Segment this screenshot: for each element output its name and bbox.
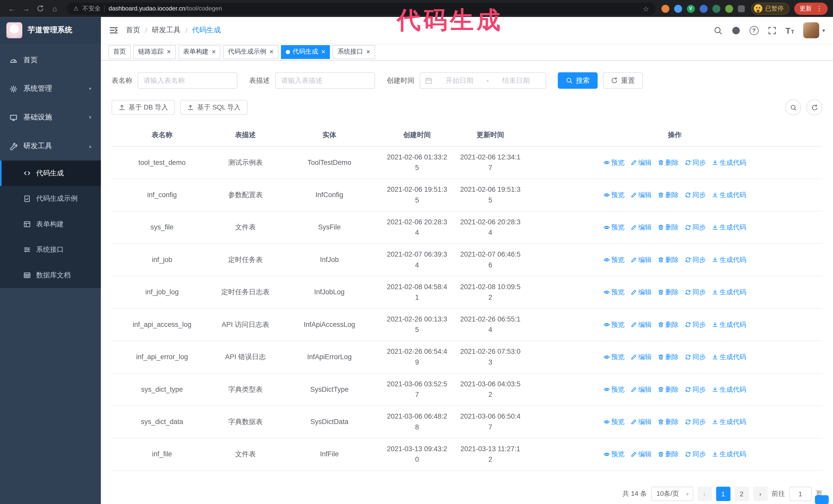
tab-close-icon[interactable]: ×: [269, 48, 273, 55]
page-size-select[interactable]: 10条/页 ▾: [651, 487, 693, 501]
sidebar-item-dev-tools[interactable]: 研发工具▴: [0, 132, 101, 161]
browser-menu-icon[interactable]: ⋮: [816, 5, 823, 12]
sidebar-item-codegen-example[interactable]: 代码生成示例: [0, 186, 101, 211]
browser-back-button[interactable]: ←: [5, 2, 18, 15]
page-button-1[interactable]: 1: [716, 487, 730, 501]
sidebar-item-system-management[interactable]: 系统管理▾: [0, 74, 101, 103]
browser-reload-button[interactable]: [34, 2, 47, 15]
sidebar-item-form-builder[interactable]: 表单构建: [0, 212, 101, 237]
github-button[interactable]: [731, 26, 740, 35]
page-button-2[interactable]: 2: [735, 487, 749, 501]
preview-link[interactable]: 预览: [603, 416, 625, 427]
edit-link[interactable]: 编辑: [630, 190, 651, 200]
edit-link[interactable]: 编辑: [630, 352, 651, 362]
generate-link[interactable]: 生成代码: [712, 449, 746, 459]
edit-link[interactable]: 编辑: [630, 287, 651, 297]
generate-link[interactable]: 生成代码: [712, 222, 746, 233]
toggle-search-button[interactable]: [785, 99, 801, 115]
date-range-picker[interactable]: 开始日期 - 结束日期: [420, 72, 546, 89]
import-db-button[interactable]: 基于 DB 导入: [112, 100, 175, 115]
fullscreen-button[interactable]: [767, 26, 776, 35]
generate-link[interactable]: 生成代码: [712, 416, 746, 427]
table-desc-input[interactable]: [275, 72, 375, 89]
font-size-button[interactable]: TT: [786, 26, 794, 35]
preview-link[interactable]: 预览: [603, 352, 625, 362]
search-button[interactable]: 搜索: [558, 72, 597, 89]
sidebar-item-home[interactable]: 首页: [0, 46, 101, 74]
sync-link[interactable]: 同步: [685, 416, 706, 427]
address-bar[interactable]: ⚠ 不安全 dashboard.yudao.iocoder.cn/tool/co…: [67, 2, 656, 15]
leaf-extension-icon[interactable]: [725, 5, 733, 13]
sync-link[interactable]: 同步: [685, 352, 706, 362]
sync-link[interactable]: 同步: [685, 158, 706, 168]
next-page-button[interactable]: ›: [753, 487, 767, 501]
edit-link[interactable]: 编辑: [630, 449, 651, 459]
edit-link[interactable]: 编辑: [630, 416, 651, 427]
generate-link[interactable]: 生成代码: [712, 190, 746, 200]
edit-link[interactable]: 编辑: [630, 319, 651, 330]
preview-link[interactable]: 预览: [603, 255, 625, 265]
tab-close-icon[interactable]: ×: [167, 48, 171, 55]
header-search-button[interactable]: [713, 26, 722, 35]
water-drop-extension-icon[interactable]: [674, 5, 682, 13]
table-name-input[interactable]: [138, 72, 238, 89]
delete-link[interactable]: 删除: [658, 222, 679, 233]
sync-link[interactable]: 同步: [685, 222, 706, 233]
delete-link[interactable]: 删除: [658, 384, 679, 395]
breadcrumb-item[interactable]: 首页: [126, 25, 140, 35]
sync-link[interactable]: 同步: [685, 255, 706, 265]
preview-link[interactable]: 预览: [603, 158, 625, 168]
generate-link[interactable]: 生成代码: [712, 287, 746, 297]
refresh-table-button[interactable]: [806, 99, 822, 115]
tab-form-builder[interactable]: 表单构建×: [178, 45, 221, 59]
generate-link[interactable]: 生成代码: [712, 384, 746, 395]
preview-link[interactable]: 预览: [603, 190, 625, 200]
tab-codegen-example[interactable]: 代码生成示例×: [223, 45, 278, 59]
bookmark-star-icon[interactable]: ☆: [643, 5, 649, 13]
prev-page-button[interactable]: ‹: [697, 487, 712, 501]
edit-link[interactable]: 编辑: [630, 158, 651, 168]
sync-link[interactable]: 同步: [685, 384, 706, 395]
sidebar-item-system-api[interactable]: 系统接口: [0, 237, 101, 262]
help-button[interactable]: ?: [749, 26, 758, 35]
generate-link[interactable]: 生成代码: [712, 255, 746, 265]
delete-link[interactable]: 删除: [658, 416, 679, 427]
delete-link[interactable]: 删除: [658, 319, 679, 330]
goto-page-input[interactable]: [789, 487, 811, 501]
delete-link[interactable]: 删除: [658, 255, 679, 265]
sidebar-item-db-doc[interactable]: 数据库文档: [0, 263, 101, 288]
edit-link[interactable]: 编辑: [630, 222, 651, 233]
sync-link[interactable]: 同步: [685, 287, 706, 297]
sidebar-toggle-button[interactable]: [109, 25, 118, 35]
green-v-extension-icon[interactable]: V: [687, 5, 695, 13]
browser-forward-button[interactable]: →: [20, 2, 32, 15]
tab-close-icon[interactable]: ×: [366, 48, 371, 55]
tab-system-api[interactable]: 系统接口×: [333, 45, 375, 59]
delete-link[interactable]: 删除: [658, 158, 679, 168]
preview-link[interactable]: 预览: [603, 287, 625, 297]
user-menu[interactable]: ▾: [803, 22, 825, 38]
generate-link[interactable]: 生成代码: [712, 158, 746, 168]
delete-link[interactable]: 删除: [658, 449, 679, 459]
generate-link[interactable]: 生成代码: [712, 352, 746, 362]
sync-link[interactable]: 同步: [685, 190, 706, 200]
chrome-update-button[interactable]: 更新 ⋮: [794, 2, 828, 15]
orange-extension-icon[interactable]: [661, 5, 669, 13]
floating-button[interactable]: [815, 495, 829, 504]
extensions-puzzle-icon[interactable]: [738, 5, 744, 12]
profile-paused-chip[interactable]: 已暂停: [751, 2, 789, 15]
preview-link[interactable]: 预览: [603, 449, 625, 459]
delete-link[interactable]: 删除: [658, 190, 679, 200]
edit-link[interactable]: 编辑: [630, 384, 651, 395]
sync-link[interactable]: 同步: [685, 449, 706, 459]
preview-link[interactable]: 预览: [603, 384, 625, 395]
tab-close-icon[interactable]: ×: [322, 48, 326, 55]
sidebar-item-infrastructure[interactable]: 基础设施▾: [0, 103, 101, 132]
people-extension-icon[interactable]: [699, 5, 708, 13]
logo[interactable]: 芋道管理系统: [0, 17, 101, 44]
generate-link[interactable]: 生成代码: [712, 319, 746, 330]
dev-extension-icon[interactable]: [712, 5, 720, 13]
browser-home-button[interactable]: ⌂: [48, 2, 61, 15]
preview-link[interactable]: 预览: [603, 222, 625, 233]
reset-button[interactable]: 重置: [603, 72, 643, 89]
